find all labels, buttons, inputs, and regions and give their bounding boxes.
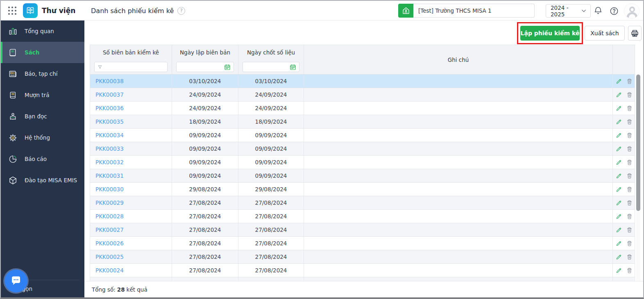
table-row[interactable]: PKK0002727/08/202427/08/2024	[90, 223, 635, 237]
sidebar-item[interactable]: Đào tạo MISA EMIS	[1, 170, 84, 191]
table-row[interactable]: PKK0003803/10/202403/10/2024	[90, 75, 635, 88]
sidebar-item[interactable]: Báo, tạp chí	[1, 63, 84, 84]
help-icon[interactable]	[609, 6, 619, 16]
record-link[interactable]: PKK00035	[95, 118, 124, 125]
edit-pencil-icon[interactable]	[615, 145, 622, 152]
edit-pencil-icon[interactable]	[615, 254, 622, 260]
table-row[interactable]: PKK0003109/09/202409/09/2024	[90, 169, 635, 183]
cell-closed-date: 09/09/2024	[238, 156, 304, 169]
sidebar-item[interactable]: Hệ thống	[1, 127, 84, 148]
edit-pencil-icon[interactable]	[615, 267, 622, 274]
delete-trash-icon[interactable]	[626, 240, 633, 247]
delete-trash-icon[interactable]	[626, 159, 633, 166]
delete-trash-icon[interactable]	[626, 105, 633, 112]
record-link[interactable]: PKK00026	[95, 240, 124, 247]
edit-pencil-icon[interactable]	[615, 213, 622, 220]
record-link[interactable]: PKK00036	[95, 105, 124, 111]
delete-trash-icon[interactable]	[626, 199, 633, 206]
filter-code-input[interactable]	[105, 64, 164, 70]
table-row[interactable]: PKK0003518/09/202418/09/2024	[90, 115, 635, 129]
notifications-bell-icon[interactable]	[593, 6, 603, 16]
gear-icon	[8, 133, 18, 143]
create-inventory-button[interactable]: Lập phiếu kiểm kê	[520, 26, 580, 41]
calendar-icon[interactable]	[224, 64, 231, 70]
column-header[interactable]: Số biên bản kiểm kê	[90, 45, 172, 60]
record-link[interactable]: PKK00032	[95, 159, 124, 165]
delete-trash-icon[interactable]	[626, 186, 633, 193]
record-link[interactable]: PKK00024	[95, 267, 124, 274]
delete-trash-icon[interactable]	[626, 132, 633, 139]
table-row[interactable]: PKK0003409/09/202409/09/2024	[90, 129, 635, 142]
record-link[interactable]: PKK00031	[95, 172, 124, 179]
table-row[interactable]: PKK0002927/08/202427/08/2024	[90, 196, 635, 210]
delete-trash-icon[interactable]	[626, 91, 633, 98]
record-link[interactable]: PKK00025	[95, 254, 124, 260]
chevron-down-icon	[582, 9, 586, 12]
cell-created-date: 18/09/2024	[172, 115, 238, 128]
sidebar-item[interactable]: Bạn đọc	[1, 106, 84, 127]
column-header[interactable]: Ngày lập biên bản	[172, 45, 238, 60]
sidebar-item[interactable]: Sách	[1, 42, 84, 63]
page-help-icon[interactable]: ?	[177, 7, 185, 15]
home-school-icon[interactable]	[398, 4, 413, 18]
edit-pencil-icon[interactable]	[615, 78, 622, 85]
delete-trash-icon[interactable]	[626, 267, 633, 274]
sidebar-item-label: Bạn đọc	[25, 113, 47, 120]
record-link[interactable]: PKK00038	[95, 78, 124, 84]
library-app-logo-icon[interactable]	[23, 3, 38, 18]
record-link[interactable]: PKK00037	[95, 91, 124, 98]
vertical-scrollbar[interactable]	[636, 74, 640, 283]
sidebar-item[interactable]: Mượn trả	[1, 84, 84, 106]
printer-icon	[630, 29, 639, 38]
record-link[interactable]: PKK00033	[95, 145, 124, 152]
print-button[interactable]	[628, 26, 642, 41]
cell-closed-date: 27/08/2024	[238, 210, 304, 223]
table-row[interactable]: PKK0003724/09/202424/09/2024	[90, 88, 635, 102]
delete-trash-icon[interactable]	[626, 78, 633, 85]
filter-funnel-icon	[98, 65, 102, 70]
table-row[interactable]: PKK0002427/08/202427/08/2024	[90, 264, 635, 277]
filter-created-date-input[interactable]	[179, 64, 222, 70]
delete-trash-icon[interactable]	[626, 213, 633, 220]
sidebar-item[interactable]: Tổng quan	[1, 20, 84, 42]
delete-trash-icon[interactable]	[626, 227, 633, 233]
delete-trash-icon[interactable]	[626, 254, 633, 260]
edit-pencil-icon[interactable]	[615, 132, 622, 139]
delete-trash-icon[interactable]	[626, 145, 633, 152]
app-launcher-grid-icon[interactable]	[7, 6, 17, 16]
app-name: Thư viện	[42, 1, 75, 20]
delete-trash-icon[interactable]	[626, 118, 633, 125]
edit-pencil-icon[interactable]	[615, 118, 622, 125]
edit-pencil-icon[interactable]	[615, 159, 622, 166]
user-avatar[interactable]	[624, 3, 639, 19]
edit-pencil-icon[interactable]	[615, 227, 622, 233]
calendar-icon[interactable]	[290, 64, 296, 70]
table-row[interactable]: PKK0002527/08/202427/08/2024	[90, 250, 635, 264]
school-name-input[interactable]	[413, 4, 535, 18]
school-year-select[interactable]: 2024 - 2025	[546, 4, 591, 18]
table-row[interactable]: PKK0003309/09/202409/09/2024	[90, 142, 635, 156]
filter-closed-date-input[interactable]	[246, 64, 287, 70]
edit-pencil-icon[interactable]	[615, 240, 622, 247]
edit-pencil-icon[interactable]	[615, 172, 622, 179]
record-link[interactable]: PKK00028	[95, 213, 124, 220]
edit-pencil-icon[interactable]	[615, 91, 622, 98]
export-books-button[interactable]: Xuất sách	[585, 26, 625, 41]
record-link[interactable]: PKK00030	[95, 186, 124, 193]
chat-bubble-button[interactable]	[5, 270, 27, 292]
table-row[interactable]: PKK0003029/08/202429/08/2024	[90, 183, 635, 196]
scrollbar-thumb[interactable]	[636, 75, 640, 211]
edit-pencil-icon[interactable]	[615, 105, 622, 112]
delete-trash-icon[interactable]	[626, 172, 633, 179]
table-row[interactable]: PKK0002827/08/202427/08/2024	[90, 210, 635, 223]
edit-pencil-icon[interactable]	[615, 199, 622, 206]
table-row[interactable]: PKK0002627/08/202427/08/2024	[90, 237, 635, 250]
table-row[interactable]: PKK0003624/09/202424/09/2024	[90, 102, 635, 115]
table-row[interactable]: PKK0003209/09/202409/09/2024	[90, 156, 635, 169]
edit-pencil-icon[interactable]	[615, 186, 622, 193]
sidebar-item[interactable]: Báo cáo	[1, 148, 84, 170]
record-link[interactable]: PKK00027	[95, 227, 124, 233]
column-header[interactable]: Ngày chốt số liệu	[238, 45, 304, 60]
record-link[interactable]: PKK00034	[95, 132, 124, 138]
record-link[interactable]: PKK00029	[95, 199, 124, 206]
